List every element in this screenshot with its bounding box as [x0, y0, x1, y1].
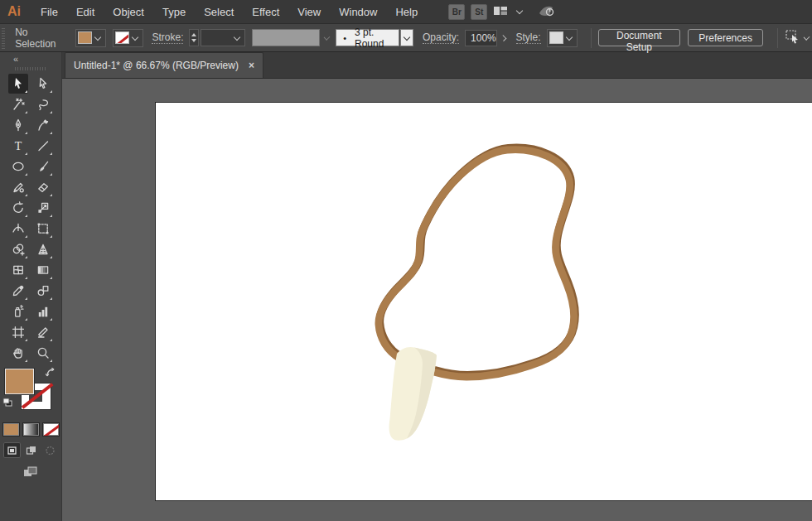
none-mode-button[interactable] — [42, 422, 60, 437]
menu-item-file[interactable]: File — [31, 6, 67, 18]
hand-icon — [12, 346, 25, 359]
panel-grip[interactable] — [15, 67, 46, 70]
tool-paintbrush[interactable] — [33, 157, 53, 176]
color-mode-button[interactable] — [2, 422, 20, 437]
menu-item-type[interactable]: Type — [153, 6, 195, 18]
stepper-up-icon[interactable] — [191, 33, 196, 36]
stroke-none-swatch[interactable] — [115, 31, 129, 44]
brush-definition-select[interactable]: • 3 pt. Round — [336, 29, 399, 46]
line-segment-icon — [36, 139, 50, 152]
tool-column-graph[interactable] — [33, 302, 53, 321]
tool-pencil[interactable] — [8, 177, 28, 197]
tool-mesh[interactable] — [8, 260, 28, 280]
chevron-down-icon[interactable] — [94, 33, 101, 40]
menu-item-object[interactable]: Object — [104, 6, 153, 18]
free-transform-icon — [36, 222, 50, 235]
tool-rotate[interactable] — [8, 198, 28, 218]
menu-item-help[interactable]: Help — [386, 6, 427, 18]
draw-inside-button[interactable] — [41, 442, 59, 458]
tool-symbol-sprayer[interactable] — [8, 302, 28, 321]
document-tab-bar: Untitled-1* @ 66.67% (RGB/Preview) × — [62, 52, 812, 79]
menu-item-effect[interactable]: Effect — [243, 6, 288, 18]
tool-perspective-grid[interactable] — [33, 239, 53, 259]
style-swatch[interactable] — [549, 31, 563, 44]
fill-swatch[interactable] — [78, 31, 92, 44]
chevron-down-icon[interactable] — [234, 33, 240, 40]
tool-magic-wand[interactable] — [8, 94, 28, 114]
stock-button[interactable]: St — [471, 4, 487, 20]
snap-options-icon[interactable] — [785, 29, 801, 46]
app-logo: Ai — [7, 4, 21, 19]
brush-chevron-button[interactable] — [400, 29, 413, 46]
stepper-down-icon[interactable] — [191, 39, 196, 42]
gradient-mode-button[interactable] — [22, 422, 40, 437]
chevron-down-icon[interactable] — [132, 33, 138, 40]
paintbrush-icon — [36, 160, 50, 173]
tool-selection[interactable] — [8, 74, 28, 94]
style-select[interactable] — [547, 29, 578, 47]
chevron-down-icon[interactable] — [804, 34, 810, 41]
opacity-input[interactable]: 100% — [465, 30, 497, 46]
tool-zoom[interactable] — [33, 343, 53, 363]
tool-line-segment[interactable] — [33, 136, 53, 156]
tool-curvature[interactable] — [33, 115, 53, 135]
fill-stroke-control — [0, 366, 61, 419]
pencil-icon — [12, 181, 25, 194]
type-icon: T — [12, 139, 25, 152]
tool-shape-builder[interactable] — [8, 239, 28, 259]
perspective-grid-icon — [36, 243, 50, 256]
tool-direct-selection[interactable] — [33, 74, 53, 94]
selection-status: No Selection — [15, 27, 64, 50]
chevron-down-icon[interactable] — [565, 33, 572, 40]
menu-item-edit[interactable]: Edit — [67, 6, 104, 18]
menu-item-view[interactable]: View — [288, 6, 330, 18]
stroke-weight-select[interactable] — [201, 29, 245, 46]
swap-fill-stroke-icon[interactable] — [45, 367, 56, 380]
close-tab-icon[interactable]: × — [249, 60, 254, 71]
preferences-button[interactable]: Preferences — [688, 29, 763, 46]
fill-indicator[interactable] — [5, 369, 34, 394]
document-tab[interactable]: Untitled-1* @ 66.67% (RGB/Preview) × — [65, 52, 263, 78]
tool-eraser[interactable] — [33, 177, 53, 197]
collapse-panel-button[interactable]: « — [13, 54, 18, 64]
bridge-button[interactable]: Br — [448, 4, 465, 20]
panel-grip[interactable] — [2, 27, 5, 49]
stroke-weight-stepper[interactable] — [189, 29, 199, 46]
tool-width-tool[interactable] — [8, 219, 28, 239]
eyedropper-icon — [12, 284, 25, 297]
menu-item-select[interactable]: Select — [195, 6, 243, 18]
tool-type[interactable]: T — [8, 136, 28, 156]
document-setup-button[interactable]: Document Setup — [598, 29, 681, 46]
tool-gradient[interactable] — [33, 260, 53, 280]
draw-modes-row — [0, 442, 61, 458]
tool-hand[interactable] — [8, 343, 28, 363]
opacity-label[interactable]: Opacity: — [423, 31, 459, 44]
workspace-chevron-down-icon[interactable] — [516, 7, 523, 14]
tool-pen[interactable] — [8, 115, 28, 135]
tool-ellipse[interactable] — [8, 157, 28, 176]
tool-free-transform[interactable] — [33, 219, 53, 239]
stroke-color-picker[interactable] — [113, 29, 143, 47]
curvature-icon — [36, 118, 50, 132]
draw-behind-button[interactable] — [22, 442, 40, 458]
tool-artboard-tool[interactable] — [8, 322, 28, 342]
tool-blend[interactable] — [33, 281, 53, 301]
workspace-switcher-icon[interactable] — [493, 5, 508, 19]
appbar-utilities: Br St — [448, 3, 556, 21]
fill-color-picker[interactable] — [75, 29, 106, 47]
canvas[interactable] — [62, 79, 812, 521]
screen-mode-button[interactable] — [22, 466, 39, 481]
tool-slice[interactable] — [33, 322, 53, 342]
stroke-label[interactable]: Stroke: — [152, 31, 183, 44]
share-power-icon[interactable] — [538, 3, 556, 21]
artboard[interactable] — [156, 103, 812, 500]
tool-scale[interactable] — [33, 198, 53, 218]
draw-normal-button[interactable] — [3, 442, 21, 458]
default-fill-stroke-icon[interactable] — [2, 398, 12, 409]
menu-item-window[interactable]: Window — [330, 6, 386, 18]
scale-icon — [36, 201, 50, 215]
style-label[interactable]: Style: — [516, 31, 541, 44]
opacity-expand-icon[interactable] — [500, 35, 507, 41]
tool-lasso[interactable] — [33, 94, 53, 114]
tool-eyedropper[interactable] — [8, 281, 28, 301]
